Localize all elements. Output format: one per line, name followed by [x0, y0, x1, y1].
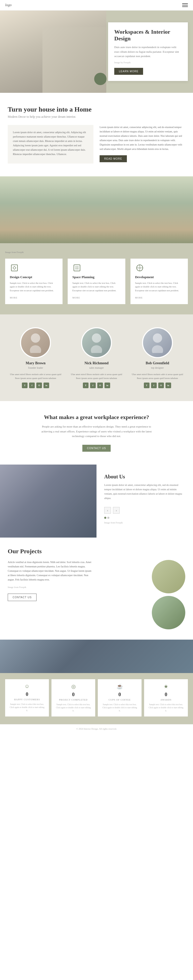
stat-happy-label: HAPPY CUSTOMERS	[9, 698, 45, 701]
team-member-nick: Nick Richmond sales manager Ulae amet mi…	[69, 327, 124, 388]
interior-photo	[0, 177, 193, 243]
projects-layout: Article vestibul at risus dignissim lore…	[8, 560, 185, 629]
feature-design-more-link[interactable]: MORE	[10, 296, 18, 299]
team-grid: Mary Brown founder leader Ulae amet miro…	[8, 327, 185, 388]
about-image	[0, 465, 97, 538]
svg-point-15	[91, 345, 102, 353]
hero-image	[0, 11, 106, 93]
facebook-icon-mary[interactable]: f	[29, 383, 35, 388]
svg-rect-3	[77, 266, 78, 267]
stats-section: ☺ 0 HAPPY CUSTOMERS Sample text. Click t…	[0, 640, 193, 724]
svg-point-13	[30, 345, 41, 353]
stat-coffee-number: 0	[102, 692, 137, 697]
avatar-bob-img	[143, 328, 172, 357]
interior-photo-inner	[0, 177, 193, 243]
logo: logo	[5, 3, 11, 7]
team-mary-role: founder leader	[8, 366, 64, 370]
twitter-icon-mary[interactable]: T	[22, 383, 27, 388]
twitter-icon-bob[interactable]: T	[144, 383, 150, 388]
svg-point-12	[31, 333, 40, 343]
hero-learn-more-button[interactable]: LEARN MORE	[114, 68, 143, 75]
house-grid: Lorem ipsum dolor sit amet, consectetur …	[8, 125, 185, 164]
team-mary-desc: Ulae amet mirol liboro molarie adet si a…	[8, 372, 64, 380]
about-next-button[interactable]: ›	[113, 507, 120, 514]
stat-awards-desc: Sample text. Click to select this text b…	[148, 703, 184, 713]
projects-images	[97, 560, 185, 629]
stat-happy-number: 0	[9, 691, 45, 697]
stat-project-number: 0	[56, 692, 91, 697]
stat-awards-number: 0	[148, 692, 184, 697]
about-inner: About Us Lorem ipsum dolor sit amet, con…	[0, 465, 193, 538]
house-title: Turn your house into a Home	[8, 106, 185, 113]
features-grid: Design Concept Sample text. Click to sel…	[5, 259, 188, 304]
team-nick-role: sales manager	[69, 366, 124, 370]
hero-content-box: Workspaces & Interior Design Duis aute i…	[108, 22, 188, 81]
team-bob-role: top designer	[129, 366, 185, 370]
feature-card-design: Design Concept Sample text. Click to sel…	[5, 259, 62, 304]
stats-bg-inner	[0, 640, 193, 673]
workplace-contact-button[interactable]: CONTACT US	[82, 445, 111, 452]
about-image-credit: Image from Freepik	[104, 521, 185, 525]
instagram-icon-bob[interactable]: O	[158, 383, 164, 388]
hamburger-button[interactable]	[182, 3, 188, 7]
stats-bg	[0, 640, 193, 673]
project-icon: ◎	[56, 683, 91, 689]
feature-space-more-link[interactable]: MORE	[72, 296, 80, 299]
team-mary-name: Mary Brown	[8, 361, 64, 365]
workplace-description: People are asking for more than an effec…	[40, 424, 153, 439]
hero-section: Workspaces & Interior Design Duis aute i…	[0, 11, 193, 93]
stats-grid: ☺ 0 HAPPY CUSTOMERS Sample text. Click t…	[0, 673, 193, 724]
team-mary-social: T f O in	[8, 383, 64, 388]
linkedin-icon-nick[interactable]: in	[104, 383, 110, 388]
feature-dev-desc: Sample text. Click to select the text bo…	[135, 281, 183, 292]
facebook-icon-bob[interactable]: f	[151, 383, 157, 388]
hamburger-line-1	[182, 3, 188, 4]
avatar-mary	[20, 327, 51, 358]
projects-image-credit: Image from Freepik	[8, 585, 91, 589]
hero-title: Workspaces & Interior Design	[114, 29, 182, 42]
about-dot-1[interactable]	[104, 517, 106, 519]
feature-design-desc: Sample text. Click to select the text bo…	[10, 281, 58, 292]
feature-dev-more-link[interactable]: MORE	[135, 296, 143, 299]
facebook-icon-nick[interactable]: f	[90, 383, 96, 388]
stat-project-desc: Sample text. Click to select this text b…	[56, 703, 91, 713]
about-dots	[104, 517, 185, 519]
svg-point-17	[152, 345, 163, 353]
twitter-icon-nick[interactable]: T	[83, 383, 89, 388]
footer: © 2024 Interior Design. All rights reser…	[0, 724, 193, 733]
avatar-nick-img	[82, 328, 111, 357]
hamburger-line-3	[182, 6, 188, 7]
linkedin-icon-bob[interactable]: in	[166, 383, 171, 388]
happy-icon: ☺	[9, 683, 45, 689]
about-title: About Us	[104, 474, 185, 480]
hero-person-image	[0, 11, 106, 93]
projects-section: Our Projects Article vestibul at risus d…	[0, 538, 193, 640]
team-nick-social: T f O in	[69, 383, 124, 388]
house-read-more-button[interactable]: READ MORE	[100, 155, 127, 162]
instagram-icon-nick[interactable]: O	[97, 383, 103, 388]
stat-awards-label: AWARDS	[148, 698, 184, 701]
projects-contact-button[interactable]: CONTACT US	[8, 593, 37, 601]
stat-project-label: PROJECT COMPLETED	[56, 698, 91, 701]
projects-title: Our Projects	[8, 548, 185, 555]
avatar-mary-img	[21, 328, 50, 357]
linkedin-icon-mary[interactable]: in	[43, 383, 49, 388]
team-bob-desc: Ulae amet mirol liboro molarie adet si a…	[129, 372, 185, 380]
svg-point-16	[153, 333, 162, 343]
about-dot-2[interactable]	[107, 517, 109, 519]
team-nick-desc: Ulae amet mirol liboro molarie adet si a…	[69, 372, 124, 380]
instagram-icon-mary[interactable]: O	[36, 383, 42, 388]
feature-card-space: Space Planning Sample text. Click to sel…	[68, 259, 125, 304]
navbar: logo	[0, 0, 193, 11]
svg-rect-0	[11, 265, 18, 271]
team-bob-social: T f O in	[129, 383, 185, 388]
svg-rect-4	[75, 268, 77, 269]
about-prev-button[interactable]: ‹	[104, 507, 111, 514]
team-member-mary: Mary Brown founder leader Ulae amet miro…	[8, 327, 64, 388]
team-bob-name: Bob Greenfield	[129, 361, 185, 365]
house-left-card: Lorem ipsum dolor sit amet, consectetur …	[8, 125, 93, 164]
project-image-1	[152, 560, 185, 593]
stat-card-awards: ★ 0 AWARDS Sample text. Click to select …	[144, 679, 188, 716]
team-section: Mary Brown founder leader Ulae amet miro…	[0, 314, 193, 401]
house-right-card: Lorem ipsum dolor sit amet, consectetur …	[100, 125, 185, 164]
